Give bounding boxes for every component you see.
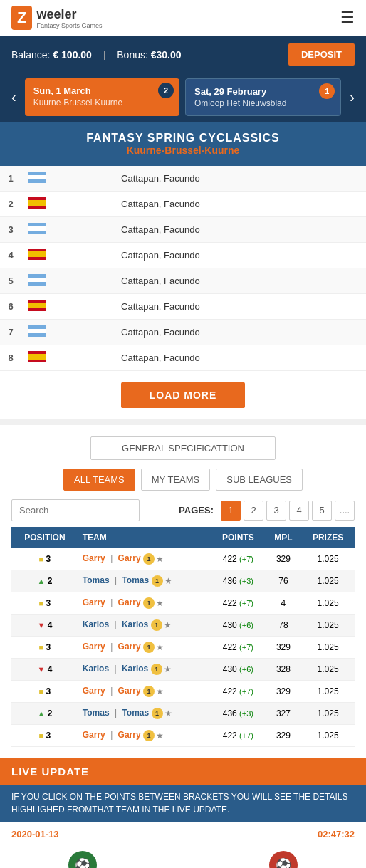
prizes-cell: 1.025 — [301, 637, 355, 659]
pos-number: 4 — [48, 664, 53, 674]
pagination: PAGES: 12345.... — [179, 501, 355, 521]
table-row: 5 Cattapan, Facundo — [0, 268, 366, 294]
page-button-5[interactable]: 5 — [312, 501, 332, 521]
team-badge-icon: 1 — [143, 642, 155, 653]
pos-indicator: ■ — [39, 599, 44, 607]
app-header: Z weeler Fantasy Sports Games ☰ — [0, 0, 366, 36]
team-divider: | — [115, 575, 117, 585]
team-name: Karlos — [83, 664, 109, 674]
points-cell[interactable]: 430 (+6) — [211, 659, 266, 681]
page-button-3[interactable]: 3 — [266, 501, 286, 521]
prizes-cell: 1.025 — [301, 615, 355, 637]
team-divider: | — [114, 619, 116, 629]
pos-number: 3 — [46, 731, 51, 741]
logo-tagline: Fantasy Sports Games — [36, 22, 102, 29]
points-diff: (+7) — [239, 555, 253, 563]
standings-header-points: POINTS — [211, 527, 266, 548]
menu-icon[interactable]: ☰ — [340, 9, 355, 27]
points-cell[interactable]: 422 (+7) — [211, 681, 266, 703]
page-button-4[interactable]: 4 — [289, 501, 309, 521]
rank-number: 1 — [0, 166, 21, 192]
sub-team-name: Karlos — [122, 619, 148, 629]
page-button-2[interactable]: 2 — [244, 501, 263, 521]
load-more-container: LOAD MORE — [0, 371, 366, 419]
pos-cell: ■ 3 — [11, 681, 78, 703]
points-diff: (+7) — [239, 599, 253, 607]
mpl-cell: 329 — [266, 548, 301, 570]
points-cell[interactable]: 422 (+7) — [211, 548, 266, 570]
standings-header-team: TEAM — [78, 527, 211, 548]
mpl-cell: 329 — [266, 637, 301, 659]
race-card-1[interactable]: 1 Sat, 29 February Omloop Het Nieuwsblad — [185, 78, 341, 116]
mpl-cell: 329 — [266, 725, 301, 747]
standings-row: ▲ 2 Tomas | Tomas 1 ★ 436 (+3) 76 1.025 — [11, 570, 355, 592]
pos-indicator: ■ — [39, 555, 44, 563]
away-team-block: ⚽ STADE BRESTOIS 60% Ball Possession: -1… — [226, 851, 340, 868]
prizes-cell: 1.025 — [301, 592, 355, 615]
mpl-cell: 329 — [266, 681, 301, 703]
rider-name: Cattapan, Facundo — [114, 217, 366, 243]
points-cell[interactable]: 422 (+7) — [211, 592, 266, 615]
match-time: 02:47:32 — [318, 829, 355, 840]
star-icon: ★ — [156, 642, 164, 652]
balance-bar: Balance: € 100.00 | Bonus: €30.00 DEPOSI… — [0, 36, 366, 73]
points-cell[interactable]: 436 (+3) — [211, 703, 266, 725]
pos-cell: ■ 3 — [11, 592, 78, 615]
points-diff: (+3) — [239, 709, 253, 718]
race-prev-button[interactable]: ‹ — [9, 78, 19, 116]
tab-button-sub-leagues[interactable]: SUB LEAGUES — [216, 469, 303, 491]
rider-flag-cell — [21, 166, 114, 192]
page-button-1[interactable]: 1 — [221, 501, 241, 521]
points-cell[interactable]: 422 (+7) — [211, 637, 266, 659]
rider-flag-cell — [21, 345, 114, 371]
pos-indicator: ▲ — [37, 577, 45, 585]
tab-button-all-teams[interactable]: ALL TEAMS — [63, 469, 135, 491]
table-row: 1 Cattapan, Facundo — [0, 166, 366, 192]
team-icons: 1 ★ — [152, 575, 172, 587]
sub-team-name: Tomas — [122, 575, 149, 585]
standings-header-mpl: MPL — [266, 527, 301, 548]
rider-name: Cattapan, Facundo — [114, 345, 366, 371]
race-next-button[interactable]: › — [347, 78, 357, 116]
divider: | — [103, 49, 105, 60]
sub-team-name: Garry — [118, 597, 141, 607]
star-icon: ★ — [164, 708, 172, 718]
away-team-crest: ⚽ — [269, 851, 298, 868]
star-icon: ★ — [164, 620, 172, 630]
rider-flag-cell — [21, 294, 114, 320]
pos-number: 3 — [46, 686, 51, 696]
general-spec-button[interactable]: GENERAL SPECIFICATTION — [90, 436, 276, 460]
rank-number: 6 — [0, 294, 21, 320]
rankings-table: 1 Cattapan, Facundo 2 Cattapan, Facundo … — [0, 166, 366, 371]
mpl-cell: 78 — [266, 615, 301, 637]
race-badge-0: 2 — [158, 83, 174, 98]
load-more-button[interactable]: LOAD MORE — [121, 382, 246, 408]
mpl-cell: 76 — [266, 570, 301, 592]
team-badge-icon: 1 — [152, 708, 163, 719]
points-diff: (+6) — [239, 665, 253, 674]
logo-letter: Z — [11, 6, 32, 30]
deposit-button[interactable]: DEPOSIT — [288, 43, 355, 66]
logo: Z weeler Fantasy Sports Games — [11, 6, 103, 30]
points-cell[interactable]: 430 (+6) — [211, 615, 266, 637]
race-card-0[interactable]: 2 Sun, 1 March Kuurne-Brussel-Kuurne — [25, 78, 179, 116]
team-icons: 1 ★ — [143, 553, 164, 565]
points-diff: (+6) — [239, 621, 253, 629]
standings-row: ■ 3 Garry | Garry 1 ★ 422 (+7) 329 1.025 — [11, 725, 355, 747]
rank-number: 8 — [0, 345, 21, 371]
team-cell: Garry | Garry 1 ★ — [78, 725, 211, 747]
page-button-....[interactable]: .... — [335, 501, 355, 521]
pos-cell: ▼ 4 — [11, 615, 78, 637]
league-tabs: ALL TEAMSMY TEAMSSUB LEAGUES — [11, 469, 355, 491]
points-cell[interactable]: 436 (+3) — [211, 570, 266, 592]
points-cell[interactable]: 422 (+7) — [211, 725, 266, 747]
logo-wordmark: weeler Fantasy Sports Games — [36, 7, 102, 29]
bonus-label: Bonus: €30.00 — [117, 49, 181, 61]
pos-indicator: ■ — [39, 731, 44, 740]
match-date: 2020-01-13 — [11, 829, 59, 840]
standings-header-position: POSITION — [11, 527, 78, 548]
team-badge-icon: 1 — [143, 597, 155, 609]
tab-button-my-teams[interactable]: MY TEAMS — [141, 469, 210, 491]
rider-name: Cattapan, Facundo — [114, 243, 366, 268]
search-input[interactable] — [11, 499, 140, 521]
